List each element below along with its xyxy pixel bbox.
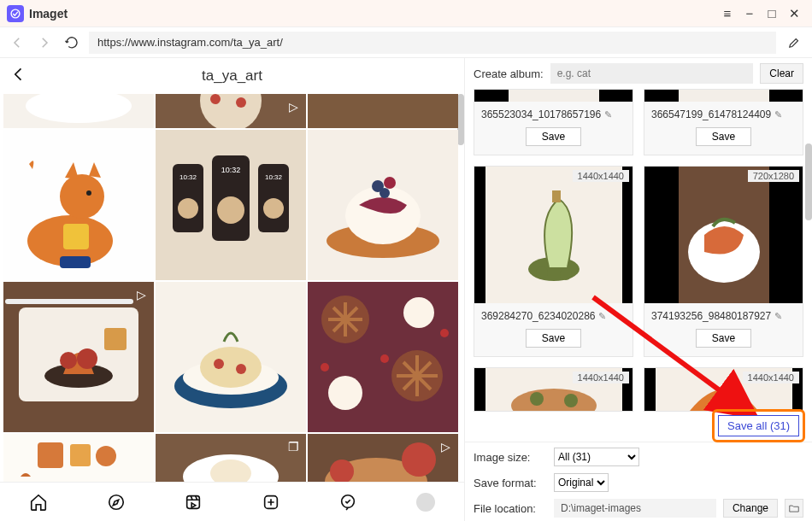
card-filename: 374193256_98480187927 <box>651 310 771 322</box>
app-name: Imaget <box>29 7 68 20</box>
maximize-icon[interactable]: □ <box>761 3 783 25</box>
thumb-phones-food-app[interactable]: 10:32 10:32 10:32 <box>156 130 306 280</box>
card-save-button[interactable]: Save <box>696 329 751 348</box>
main-split: ta_ya_art ▷ <box>0 58 812 521</box>
close-icon[interactable]: ✕ <box>783 3 805 25</box>
back-button[interactable] <box>7 32 27 53</box>
card-dimensions: 1440x1440 <box>743 372 799 383</box>
svg-rect-54 <box>70 444 91 466</box>
clear-button[interactable]: Clear <box>760 63 803 84</box>
svg-point-5 <box>210 94 221 104</box>
svg-rect-69 <box>552 190 561 202</box>
card-preview[interactable] <box>474 90 633 102</box>
image-card: 366547199_61478124409✎ Save <box>644 89 803 155</box>
nav-create-icon[interactable] <box>260 491 282 513</box>
reload-button[interactable] <box>62 32 82 53</box>
gallery[interactable]: ▷ 10:32 10:32 10:32 <box>0 94 464 482</box>
svg-point-77 <box>564 394 578 407</box>
svg-text:10:32: 10:32 <box>179 173 197 181</box>
svg-point-55 <box>96 446 116 466</box>
svg-rect-14 <box>60 256 91 268</box>
thumb-berry-dessert[interactable] <box>308 130 458 280</box>
svg-rect-7 <box>308 94 458 128</box>
card-preview[interactable]: 1440x1440 <box>474 167 633 303</box>
card-save-button[interactable]: Save <box>526 127 581 146</box>
card-dimensions: 720x1280 <box>748 170 799 182</box>
svg-point-70 <box>536 266 548 278</box>
nav-explore-icon[interactable] <box>105 491 127 513</box>
profile-back-button[interactable] <box>10 66 27 87</box>
svg-rect-37 <box>104 328 127 350</box>
svg-point-49 <box>380 354 389 363</box>
browser-toolbar <box>0 27 812 58</box>
controls-bar: Image size: All (31) Save format: Origin… <box>465 442 812 521</box>
change-location-button[interactable]: Change <box>723 499 778 518</box>
save-all-button[interactable]: Save all (31) <box>718 415 799 436</box>
svg-point-18 <box>178 198 198 219</box>
image-size-select[interactable]: All (31) <box>554 448 639 466</box>
image-size-label: Image size: <box>474 451 547 464</box>
edit-icon[interactable]: ✎ <box>774 109 782 120</box>
file-location-value: D:\imaget-images <box>554 499 716 518</box>
svg-text:10:32: 10:32 <box>221 166 241 174</box>
edit-icon[interactable]: ✎ <box>598 311 606 322</box>
svg-point-43 <box>236 364 246 374</box>
svg-point-47 <box>403 297 434 328</box>
card-preview[interactable]: 720x1280 <box>644 167 803 303</box>
gallery-scrollbar[interactable] <box>457 94 464 145</box>
save-format-select[interactable]: Original <box>554 473 609 492</box>
reel-icon: ▷ <box>438 439 453 454</box>
card-filename: 366547199_61478124409 <box>651 108 771 120</box>
svg-point-42 <box>214 359 224 369</box>
profile-name: ta_ya_art <box>27 67 437 85</box>
thumb-pies-pattern[interactable] <box>308 282 458 432</box>
image-card: 1440x1440 369284270_6234020286✎ Save <box>474 166 633 357</box>
thumb-pasta-plate[interactable] <box>156 282 306 432</box>
image-card: 720x1280 374193256_98480187927✎ Save <box>644 166 803 357</box>
svg-rect-13 <box>63 224 89 249</box>
url-input[interactable] <box>89 32 776 54</box>
card-filename: 369284270_6234020286 <box>481 310 595 322</box>
cards-scrollbar[interactable] <box>805 143 812 220</box>
card-preview[interactable]: 1440x1440 <box>474 368 633 411</box>
card-dimensions: 1440x1440 <box>573 372 629 383</box>
card-preview[interactable] <box>644 90 803 102</box>
edit-icon[interactable]: ✎ <box>774 311 782 322</box>
right-pane: Create album: Clear 365523034_1017865719… <box>465 58 812 521</box>
album-name-input[interactable] <box>550 63 754 84</box>
open-folder-icon[interactable] <box>785 499 803 518</box>
cards-scroll[interactable]: 365523034_10178657196✎ Save 366547199_61… <box>465 89 812 442</box>
thumb-fox-cartoon[interactable] <box>3 130 154 280</box>
forward-button[interactable] <box>34 32 55 53</box>
card-filename: 365523034_10178657196 <box>481 108 601 120</box>
thumb-ipad-drawing[interactable]: ▷ <box>3 282 154 432</box>
bottom-nav <box>0 482 464 521</box>
reel-icon: ▷ <box>133 287 149 302</box>
hamburger-icon[interactable]: ≡ <box>716 3 738 25</box>
profile-header: ta_ya_art <box>0 58 464 94</box>
nav-home-icon[interactable] <box>27 491 50 513</box>
image-card: 1440x1440 <box>644 367 803 412</box>
thumb-tomatoes-board[interactable]: ▷ <box>308 434 458 482</box>
svg-point-21 <box>217 196 244 224</box>
nav-profile-avatar[interactable] <box>415 491 437 513</box>
card-save-button[interactable]: Save <box>526 329 581 348</box>
nav-reels-icon[interactable] <box>182 491 204 513</box>
thumb-cream-plate[interactable]: ❐ <box>156 434 306 482</box>
svg-point-0 <box>11 9 20 18</box>
nav-messages-icon[interactable] <box>337 491 359 513</box>
picker-icon[interactable] <box>783 32 805 54</box>
svg-text:10:32: 10:32 <box>265 173 283 181</box>
thumb-dessert-plate[interactable] <box>3 94 154 128</box>
card-save-button[interactable]: Save <box>696 127 751 146</box>
image-card: 1440x1440 <box>474 367 633 412</box>
thumb-wooden-table[interactable] <box>308 94 458 128</box>
svg-point-6 <box>236 97 246 108</box>
thumb-pasta-bowl[interactable]: ▷ <box>156 94 306 128</box>
edit-icon[interactable]: ✎ <box>604 109 612 120</box>
minimize-icon[interactable]: − <box>738 3 761 25</box>
card-preview[interactable]: 1440x1440 <box>644 368 803 411</box>
thumb-autumn-stickers[interactable] <box>3 434 154 482</box>
svg-rect-53 <box>38 442 63 468</box>
svg-point-11 <box>60 174 104 219</box>
